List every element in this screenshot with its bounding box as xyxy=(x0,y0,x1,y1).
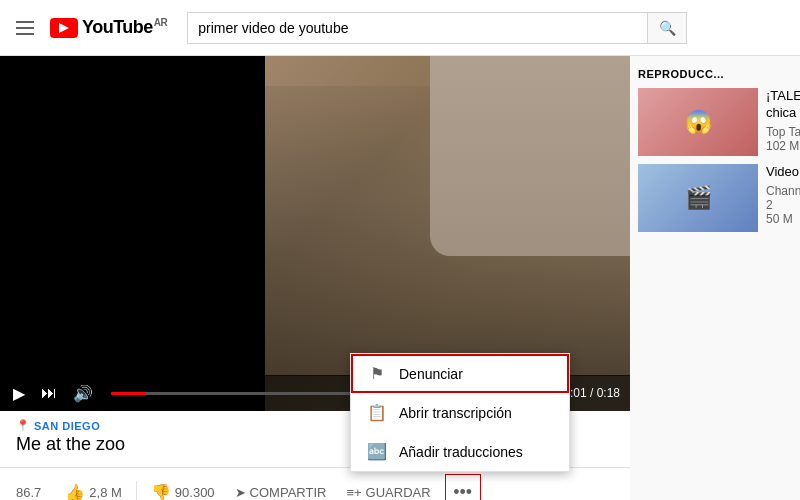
video-container: ▶ ⏭ 🔊 0:01 / 0:18 📍 SAN DIEGO Me at the … xyxy=(0,56,630,500)
dislike-count: 90.300 xyxy=(175,485,215,500)
logo[interactable]: YouTubeAR xyxy=(50,17,167,38)
card-channel-1: Top Talent xyxy=(766,125,800,139)
sidebar-card-2[interactable]: 🎬 Video 2 Channel 2 50 M xyxy=(638,164,792,232)
share-icon: ➤ xyxy=(235,485,246,500)
progress-fill xyxy=(111,392,146,395)
sidebar-card-1[interactable]: 😱 ¡TALENTO chica mag Top Talent 102 M xyxy=(638,88,792,156)
menu-item-report[interactable]: ⚑ Denunciar xyxy=(351,354,569,393)
next-button[interactable]: ⏭ xyxy=(38,384,60,402)
menu-item-translate[interactable]: 🔤 Añadir traducciones xyxy=(351,432,569,471)
thumbnail-2: 🎬 xyxy=(638,164,758,232)
more-options-button[interactable]: ••• xyxy=(445,474,481,500)
context-menu: ⚑ Denunciar 📋 Abrir transcripción 🔤 Añad… xyxy=(350,353,570,472)
card-title-1: ¡TALENTO chica mag xyxy=(766,88,800,122)
save-icon: ≡+ xyxy=(346,485,361,500)
like-button[interactable]: 👍 2,8 M xyxy=(55,479,132,501)
like-count: 2,8 M xyxy=(89,485,122,500)
location-text: SAN DIEGO xyxy=(34,420,100,432)
location-pin-icon: 📍 xyxy=(16,419,30,432)
play-button[interactable]: ▶ xyxy=(10,384,28,403)
translate-icon: 🔤 xyxy=(367,442,387,461)
card-views-1: 102 M xyxy=(766,139,800,153)
thumbs-down-icon: 👎 xyxy=(151,483,171,501)
video-black-left xyxy=(0,56,265,411)
search-button[interactable]: 🔍 xyxy=(647,12,687,44)
card-title-2: Video 2 xyxy=(766,164,800,181)
elephant-area xyxy=(430,56,630,256)
divider xyxy=(136,481,137,500)
card-channel-2: Channel 2 xyxy=(766,184,800,212)
card-info-1: ¡TALENTO chica mag Top Talent 102 M xyxy=(766,88,800,156)
action-bar: 86.7 👍 2,8 M 👎 90.300 ➤ COMPARTIR ≡+ GUA… xyxy=(0,467,630,500)
save-button[interactable]: ≡+ GUARDAR xyxy=(336,481,440,501)
header: YouTubeAR 🔍 xyxy=(0,0,800,56)
volume-button[interactable]: 🔊 xyxy=(70,384,96,403)
time-display: 0:01 / 0:18 xyxy=(563,386,620,400)
card-views-2: 50 M xyxy=(766,212,800,226)
share-button[interactable]: ➤ COMPARTIR xyxy=(225,481,337,501)
sidebar-title: REPRODUCC... xyxy=(638,64,792,88)
search-icon: 🔍 xyxy=(659,20,676,36)
flag-icon: ⚑ xyxy=(367,364,387,383)
more-dots-icon: ••• xyxy=(453,482,472,501)
view-count: 86.7 xyxy=(16,485,41,500)
transcript-icon: 📋 xyxy=(367,403,387,422)
card-info-2: Video 2 Channel 2 50 M xyxy=(766,164,800,232)
dislike-button[interactable]: 👎 90.300 xyxy=(141,479,225,501)
logo-text: YouTubeAR xyxy=(82,17,167,38)
menu-button[interactable] xyxy=(16,21,34,35)
youtube-icon xyxy=(50,18,78,38)
menu-item-transcript[interactable]: 📋 Abrir transcripción xyxy=(351,393,569,432)
thumbs-up-icon: 👍 xyxy=(65,483,85,501)
search-input[interactable] xyxy=(187,12,647,44)
sidebar: REPRODUCC... 😱 ¡TALENTO chica mag Top Ta… xyxy=(630,56,800,500)
search-bar: 🔍 xyxy=(187,12,687,44)
thumbnail-1: 😱 xyxy=(638,88,758,156)
main-content: ▶ ⏭ 🔊 0:01 / 0:18 📍 SAN DIEGO Me at the … xyxy=(0,56,800,500)
